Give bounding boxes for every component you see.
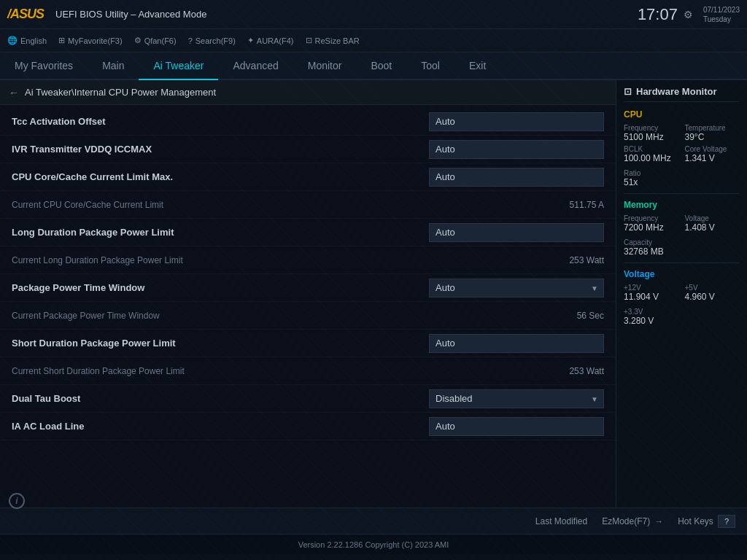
divider-1 xyxy=(624,193,740,194)
tab-favorites[interactable]: My Favorites xyxy=(0,52,88,80)
info-icon[interactable]: i xyxy=(9,493,25,509)
resizebar-icon: ⊡ xyxy=(306,36,312,45)
header-right: 17:07 ⚙ 07/11/2023 Tuesday xyxy=(638,5,740,24)
nav-tabs: My Favorites Main Ai Tweaker Advanced Mo… xyxy=(0,52,747,80)
tab-main[interactable]: Main xyxy=(88,52,139,80)
setting-label-ivr: IVR Transmitter VDDQ ICCMAX xyxy=(12,144,429,155)
footer: Last Modified EzMode(F7) → Hot Keys ? xyxy=(0,508,747,534)
fan-icon: ⚙ xyxy=(134,36,142,45)
setting-label-dual-tau: Dual Tau Boost xyxy=(12,393,429,404)
asus-logo: /ASUS xyxy=(7,7,44,22)
tab-exit[interactable]: Exit xyxy=(454,52,500,80)
breadcrumb-text: Ai Tweaker\Internal CPU Power Management xyxy=(25,87,216,98)
tab-aitweaker[interactable]: Ai Tweaker xyxy=(139,52,218,80)
voltage-section-title: Voltage xyxy=(624,269,740,279)
cpu-frequency: Frequency 5100 MHz xyxy=(624,124,679,142)
setting-label-cpu-current: Current CPU Core/Cache Current Limit xyxy=(12,200,570,210)
divider-2 xyxy=(624,262,740,263)
tab-advanced[interactable]: Advanced xyxy=(218,52,293,80)
tab-monitor[interactable]: Monitor xyxy=(293,52,357,80)
globe-icon: 🌐 xyxy=(7,36,18,45)
setting-input-long-dur[interactable] xyxy=(429,223,604,242)
settings-list: Tcc Activation Offset IVR Transmitter VD… xyxy=(0,105,616,508)
voltage-33v: +3.3V 3.280 V xyxy=(624,308,740,326)
setting-ia-ac: IA AC Load Line xyxy=(0,413,616,440)
tab-tool[interactable]: Tool xyxy=(406,52,454,80)
favorites-icon: ⊞ xyxy=(58,36,65,45)
setting-pkg-time-cur: Current Package Power Time Window 56 Sec xyxy=(0,302,616,330)
setting-ivr: IVR Transmitter VDDQ ICCMAX xyxy=(0,136,616,163)
breadcrumb: ← Ai Tweaker\Internal CPU Power Manageme… xyxy=(0,80,616,105)
setting-cpu-current: Current CPU Core/Cache Current Limit 511… xyxy=(0,191,616,219)
setting-select-wrapper-dual-tau: Disabled Enabled xyxy=(429,389,604,408)
voltage-stats: +12V 11.904 V +5V 4.960 V xyxy=(624,284,740,302)
cpu-section-title: CPU xyxy=(624,109,740,120)
setting-pkg-time: Package Power Time Window Auto xyxy=(0,274,616,302)
bios-title: UEFI BIOS Utility – Advanced Mode xyxy=(55,9,206,20)
myfavorite-button[interactable]: ⊞ MyFavorite(F3) xyxy=(58,36,123,45)
resizebar-button[interactable]: ⊡ ReSize BAR xyxy=(306,36,360,45)
memory-frequency: Frequency 7200 MHz xyxy=(624,214,679,233)
tab-boot[interactable]: Boot xyxy=(356,52,406,80)
ezmode-button[interactable]: EzMode(F7) → xyxy=(602,516,663,526)
setting-input-short-dur[interactable] xyxy=(429,334,604,353)
setting-select-wrapper-pkg-time: Auto xyxy=(429,279,604,298)
setting-label-long-dur: Long Duration Package Power Limit xyxy=(12,227,429,238)
setting-value-long-dur-cur: 253 Watt xyxy=(569,255,604,265)
settings-gear-icon[interactable]: ⚙ xyxy=(684,9,693,20)
setting-long-dur: Long Duration Package Power Limit xyxy=(0,219,616,246)
cpu-ratio: Ratio 51x xyxy=(624,169,740,187)
content-area: ← Ai Tweaker\Internal CPU Power Manageme… xyxy=(0,80,616,508)
voltage-5v: +5V 4.960 V xyxy=(685,284,740,302)
cpu-bclk: BCLK 100.00 MHz xyxy=(624,145,679,163)
setting-select-dual-tau[interactable]: Disabled Enabled xyxy=(429,389,604,408)
main-layout: ← Ai Tweaker\Internal CPU Power Manageme… xyxy=(0,80,747,508)
qfan-button[interactable]: ⚙ Qfan(F6) xyxy=(134,36,177,45)
help-question-icon[interactable]: ? xyxy=(718,515,735,528)
setting-short-dur-cur: Current Short Duration Package Power Lim… xyxy=(0,357,616,385)
setting-dual-tau: Dual Tau Boost Disabled Enabled xyxy=(0,385,616,413)
setting-label-short-dur-cur: Current Short Duration Package Power Lim… xyxy=(12,366,569,376)
hardware-monitor-title: ⊡ Hardware Monitor xyxy=(624,86,740,102)
setting-input-tcc[interactable] xyxy=(429,112,604,131)
setting-label-pkg-time-cur: Current Package Power Time Window xyxy=(12,311,577,321)
date-display: 07/11/2023 Tuesday xyxy=(703,5,740,24)
clock-display: 17:07 xyxy=(638,5,678,24)
aura-icon: ✦ xyxy=(247,36,254,45)
toolbar: 🌐 English ⊞ MyFavorite(F3) ⚙ Qfan(F6) ? … xyxy=(0,29,747,52)
setting-label-pkg-time: Package Power Time Window xyxy=(12,282,429,293)
aura-button[interactable]: ✦ AURA(F4) xyxy=(247,36,294,45)
header: /ASUS UEFI BIOS Utility – Advanced Mode … xyxy=(0,0,747,29)
memory-capacity: Capacity 32768 MB xyxy=(624,238,740,257)
setting-label-long-dur-cur: Current Long Duration Package Power Limi… xyxy=(12,255,569,265)
memory-stats: Frequency 7200 MHz Voltage 1.408 V xyxy=(624,214,740,233)
setting-label-short-dur: Short Duration Package Power Limit xyxy=(12,338,429,349)
setting-value-pkg-time-cur: 56 Sec xyxy=(577,311,604,321)
last-modified-button[interactable]: Last Modified xyxy=(535,516,587,526)
cpu-temperature: Temperature 39°C xyxy=(685,124,740,142)
ezmode-arrow-icon: → xyxy=(654,516,663,526)
setting-input-cpu-limit[interactable] xyxy=(429,168,604,187)
voltage-12v: +12V 11.904 V xyxy=(624,284,679,302)
back-arrow-icon[interactable]: ← xyxy=(9,87,19,98)
hotkeys-button[interactable]: Hot Keys ? xyxy=(678,515,735,528)
setting-select-pkg-time[interactable]: Auto xyxy=(429,279,604,298)
header-left: /ASUS UEFI BIOS Utility – Advanced Mode xyxy=(7,7,638,22)
language-selector[interactable]: 🌐 English xyxy=(7,36,47,45)
memory-section-title: Memory xyxy=(624,200,740,210)
setting-label-tcc: Tcc Activation Offset xyxy=(12,116,429,127)
setting-label-ia-ac: IA AC Load Line xyxy=(12,421,429,432)
monitor-icon: ⊡ xyxy=(624,86,632,97)
setting-long-dur-cur: Current Long Duration Package Power Limi… xyxy=(0,246,616,274)
hardware-monitor-panel: ⊡ Hardware Monitor CPU Frequency 5100 MH… xyxy=(616,80,747,508)
setting-short-dur: Short Duration Package Power Limit xyxy=(0,330,616,357)
setting-input-ivr[interactable] xyxy=(429,140,604,159)
search-button[interactable]: ? Search(F9) xyxy=(188,36,236,45)
setting-input-ia-ac[interactable] xyxy=(429,417,604,436)
cpu-stats: Frequency 5100 MHz Temperature 39°C BCLK… xyxy=(624,124,740,163)
setting-label-cpu-limit: CPU Core/Cache Current Limit Max. xyxy=(12,171,429,182)
version-bar: Version 2.22.1286 Copyright (C) 2023 AMI xyxy=(0,534,747,554)
cpu-core-voltage: Core Voltage 1.341 V xyxy=(685,145,740,163)
setting-value-short-dur-cur: 253 Watt xyxy=(569,366,604,376)
setting-cpu-limit: CPU Core/Cache Current Limit Max. xyxy=(0,163,616,191)
